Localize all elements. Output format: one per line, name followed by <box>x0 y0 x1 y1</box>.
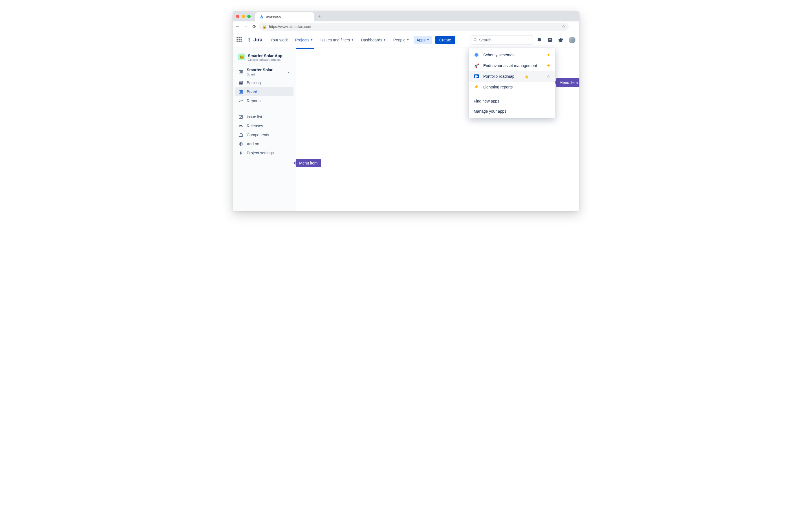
svg-line-1 <box>476 40 477 41</box>
dropdown-find-apps[interactable]: Find new apps <box>469 96 555 106</box>
browser-menu-icon[interactable]: ⋮ <box>571 24 576 30</box>
svg-rect-9 <box>239 83 243 84</box>
board-icon <box>238 69 243 74</box>
window-maximize-icon[interactable] <box>247 15 251 18</box>
components-icon <box>238 133 243 137</box>
dropdown-manage-apps[interactable]: Manage your apps <box>469 106 555 116</box>
bookmark-icon[interactable]: ☆ <box>562 24 565 29</box>
chevron-down-icon: ▼ <box>384 39 386 41</box>
search-input[interactable]: Search / <box>470 36 533 45</box>
dropdown-item-portfolio[interactable]: Portfolio roadmap 👆 ☆ <box>469 71 555 82</box>
issue-list-icon <box>238 115 243 119</box>
browser-tab-title: Atlassian <box>266 15 281 19</box>
portfolio-icon <box>474 73 479 79</box>
help-icon[interactable]: ? <box>547 37 553 43</box>
notifications-icon[interactable] <box>537 37 542 43</box>
browser-urlbar: ← → ⟳ 🔒 https://www.atlassian.com ☆ ⋮ <box>233 21 579 32</box>
svg-rect-11 <box>241 91 241 94</box>
apps-dropdown: Schemy schemes ★ 🚀 Endeavour asset manag… <box>469 48 555 118</box>
svg-rect-6 <box>242 70 243 73</box>
project-subtitle: Classic software project <box>248 58 282 61</box>
gear-icon <box>238 151 243 155</box>
star-icon[interactable]: ★ <box>547 53 550 57</box>
svg-text:?: ? <box>549 38 551 42</box>
svg-rect-14 <box>239 134 243 136</box>
svg-rect-21 <box>475 75 477 76</box>
hexagon-icon <box>474 52 479 58</box>
lock-icon: 🔒 <box>262 24 267 29</box>
sidebar-board[interactable]: Board <box>235 87 294 96</box>
project-header[interactable]: 🐸 Smarter Solar App Classic software pro… <box>235 52 294 65</box>
sidebar-reports[interactable]: Reports <box>235 96 294 105</box>
rocket-icon: 🚀 <box>474 63 479 68</box>
settings-icon[interactable] <box>558 37 564 43</box>
new-tab-button[interactable]: + <box>318 13 321 19</box>
svg-marker-19 <box>474 53 478 57</box>
browser-back-icon[interactable]: ← <box>236 24 240 29</box>
svg-point-0 <box>474 38 476 41</box>
main-content: Schemy schemes ★ 🚀 Endeavour asset manag… <box>296 48 579 211</box>
svg-rect-8 <box>239 82 243 83</box>
sidebar-project-settings[interactable]: Project settings <box>235 149 294 158</box>
create-button[interactable]: Create <box>435 36 455 44</box>
project-sidebar: 🐸 Smarter Solar App Classic software pro… <box>233 48 296 211</box>
nav-dashboards[interactable]: Dashboards▼ <box>358 36 389 44</box>
jira-logo[interactable]: Jira <box>247 37 262 43</box>
star-icon[interactable]: ★ <box>547 63 550 68</box>
svg-rect-23 <box>475 77 476 78</box>
chevron-down-icon: ▼ <box>310 39 313 41</box>
svg-rect-7 <box>239 81 243 82</box>
sidebar-releases[interactable]: Releases <box>235 121 294 130</box>
board-selector[interactable]: Smarter Solar Board ⌄ <box>235 65 294 78</box>
window-close-icon[interactable] <box>236 15 239 18</box>
window-minimize-icon[interactable] <box>242 15 245 18</box>
browser-reload-icon[interactable]: ⟳ <box>252 24 256 29</box>
project-title: Smarter Solar App <box>248 54 282 58</box>
addon-icon <box>238 142 243 146</box>
chevron-down-icon: ▼ <box>407 39 409 41</box>
chevron-down-icon: ▼ <box>351 39 354 41</box>
divider <box>236 109 292 109</box>
star-icon[interactable]: ☆ <box>547 74 550 78</box>
browser-forward-icon: → <box>244 24 248 29</box>
browser-tab[interactable]: Atlassian <box>255 12 314 21</box>
releases-icon <box>238 124 243 128</box>
nav-apps[interactable]: Apps▼ <box>414 36 432 44</box>
svg-rect-5 <box>241 70 241 73</box>
jira-icon <box>247 37 252 43</box>
sidebar-backlog[interactable]: Backlog <box>235 78 294 87</box>
nav-your-work[interactable]: Your work <box>267 36 291 44</box>
sidebar-components[interactable]: Components <box>235 130 294 139</box>
backlog-icon <box>238 80 243 85</box>
search-icon <box>473 38 477 42</box>
project-icon: 🐸 <box>238 54 245 60</box>
address-bar[interactable]: 🔒 https://www.atlassian.com ☆ <box>259 23 569 31</box>
sidebar-addon[interactable]: Add on <box>235 139 294 149</box>
nav-projects[interactable]: Projects▼ <box>292 36 316 44</box>
dropdown-item-endeavour[interactable]: 🚀 Endeavour asset management ★ <box>469 60 555 71</box>
chevron-down-icon: ▼ <box>426 39 429 41</box>
annotation-badge: Menu item <box>296 159 321 167</box>
nav-issues[interactable]: Issues and filters▼ <box>317 36 356 44</box>
nav-people[interactable]: People▼ <box>391 36 412 44</box>
url-text: https://www.atlassian.com <box>269 24 311 29</box>
app-topbar: Jira Your work Projects▼ Issues and filt… <box>233 32 579 48</box>
lightning-icon <box>474 84 479 90</box>
svg-marker-16 <box>239 142 243 146</box>
cursor-icon: 👆 <box>524 74 529 78</box>
svg-point-17 <box>240 144 241 145</box>
reports-icon <box>238 99 243 103</box>
app-switcher-icon[interactable] <box>237 37 243 43</box>
sidebar-issue-list[interactable]: Issue list <box>235 112 294 121</box>
dropdown-item-lightning[interactable]: Lightning reports <box>469 82 555 93</box>
browser-titlebar: Atlassian + <box>233 11 579 21</box>
svg-rect-10 <box>239 91 240 94</box>
board-icon <box>238 90 243 94</box>
svg-rect-12 <box>242 91 243 94</box>
svg-rect-4 <box>239 70 240 73</box>
user-avatar[interactable] <box>569 37 575 43</box>
svg-point-18 <box>240 152 241 154</box>
dropdown-item-schemy[interactable]: Schemy schemes ★ <box>469 50 555 60</box>
svg-rect-22 <box>475 76 478 77</box>
annotation-badge: Menu item <box>556 78 579 87</box>
